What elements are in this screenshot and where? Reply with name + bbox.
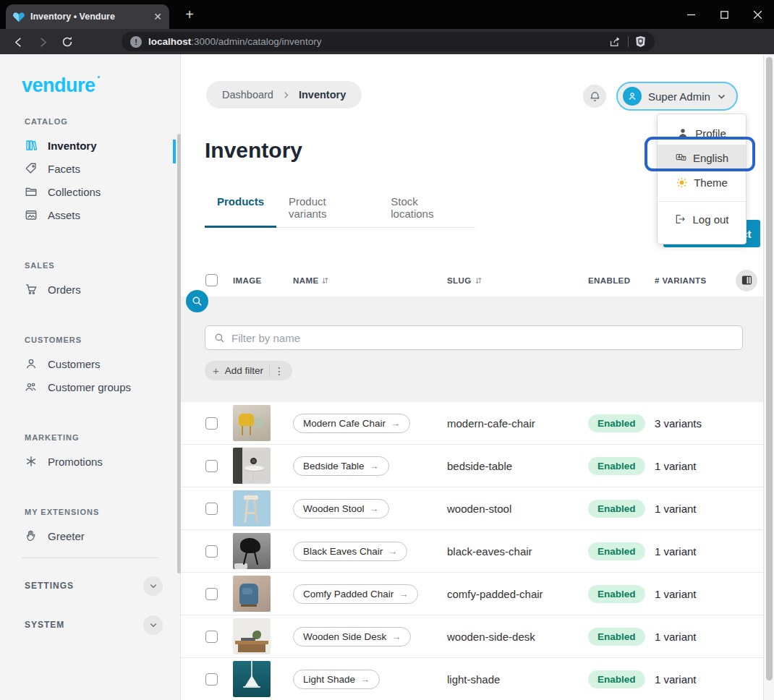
- menu-divider: [658, 201, 746, 202]
- user-avatar-icon: [623, 87, 642, 106]
- sort-icon[interactable]: [475, 276, 482, 285]
- notifications-button[interactable]: [583, 85, 606, 108]
- vendure-logo[interactable]: vendure: [22, 74, 95, 97]
- product-name-chip[interactable]: Light Shade→: [293, 670, 380, 689]
- tab-close-icon[interactable]: ✕: [153, 12, 162, 22]
- column-slug[interactable]: SLUG: [447, 276, 588, 285]
- sort-icon[interactable]: [321, 276, 329, 285]
- row-checkbox[interactable]: [205, 673, 218, 686]
- table-row[interactable]: Wooden Side Desk→ wooden-side-desk Enabl…: [181, 615, 763, 658]
- nav-section-my-extensions: MY EXTENSIONS Greeter: [25, 508, 180, 547]
- menu-item-logout[interactable]: Log out: [658, 208, 746, 231]
- tab-product-variants[interactable]: Product variants: [276, 189, 378, 228]
- sidebar-item-assets[interactable]: Assets: [25, 203, 180, 226]
- maximize-button[interactable]: [707, 0, 741, 29]
- product-name-chip[interactable]: Wooden Side Desk→: [293, 627, 411, 646]
- close-button[interactable]: [741, 0, 774, 29]
- sidebar-item-label: Orders: [48, 283, 81, 296]
- column-picker-button[interactable]: [736, 270, 757, 291]
- nav-section-catalog: CATALOG Inventory Facets Collections Ass…: [25, 117, 180, 226]
- tab-title: Inventory • Vendure: [30, 12, 148, 22]
- row-checkbox[interactable]: [205, 417, 218, 430]
- product-thumbnail: [233, 448, 271, 484]
- tab-products[interactable]: Products: [205, 189, 276, 228]
- sidebar-item-facets[interactable]: Facets: [25, 157, 180, 180]
- variant-count: 3 variants: [655, 417, 736, 430]
- row-checkbox[interactable]: [205, 503, 218, 515]
- sidebar-item-collections[interactable]: Collections: [25, 180, 180, 203]
- menu-item-theme[interactable]: Theme: [658, 171, 746, 194]
- product-slug: modern-cafe-chair: [447, 417, 588, 430]
- sidebar-item-promotions[interactable]: Promotions: [25, 450, 180, 473]
- url-bar[interactable]: ! localhost:3000/admin/catalog/inventory: [122, 32, 655, 51]
- sidebar-item-customers[interactable]: Customers: [25, 352, 180, 375]
- column-image: IMAGE: [233, 276, 293, 285]
- kebab-menu-icon[interactable]: ⋮: [269, 365, 284, 377]
- menu-item-language[interactable]: English: [658, 145, 746, 171]
- main-content: Dashboard Inventory Super Admin Profile …: [181, 54, 763, 700]
- table-row[interactable]: Wooden Stool→ wooden-stool Enabled 1 var…: [181, 487, 763, 530]
- row-checkbox[interactable]: [205, 588, 218, 600]
- chevron-down-icon[interactable]: [143, 615, 163, 635]
- sidebar-item-inventory[interactable]: Inventory: [25, 134, 180, 157]
- sidebar-item-greeter[interactable]: Greeter: [25, 524, 180, 547]
- row-checkbox[interactable]: [205, 460, 218, 472]
- new-tab-button[interactable]: +: [182, 7, 197, 22]
- forward-icon[interactable]: [35, 34, 51, 50]
- group-label: SETTINGS: [25, 581, 74, 591]
- nav-section-sales: SALES Orders: [25, 261, 180, 301]
- page-scrollbar[interactable]: [763, 54, 774, 700]
- sidebar-item-label: Assets: [48, 209, 80, 221]
- scrollbar-thumb[interactable]: [766, 57, 773, 680]
- table-row[interactable]: Light Shade→ light-shade Enabled 1 varia…: [181, 658, 763, 700]
- row-checkbox[interactable]: [205, 545, 218, 558]
- back-icon[interactable]: [10, 34, 26, 50]
- profile-icon: [677, 127, 689, 140]
- product-name-chip[interactable]: Wooden Stool→: [293, 499, 389, 518]
- breadcrumb-dashboard[interactable]: Dashboard: [222, 89, 273, 101]
- product-name-chip[interactable]: Modern Cafe Chair→: [293, 414, 410, 433]
- browser-tab[interactable]: Inventory • Vendure ✕: [6, 4, 169, 29]
- hand-icon: [25, 529, 38, 542]
- filter-by-name-input[interactable]: [231, 332, 733, 344]
- product-thumbnail: [233, 405, 271, 441]
- brave-shield-icon[interactable]: [635, 35, 646, 48]
- table-row[interactable]: Black Eaves Chair→ black-eaves-chair Ena…: [181, 530, 763, 573]
- select-all-checkbox[interactable]: [205, 274, 218, 286]
- sidebar-group-system[interactable]: SYSTEM: [25, 613, 163, 636]
- menu-item-profile[interactable]: Profile: [658, 121, 746, 145]
- plus-icon: +: [213, 364, 219, 377]
- reload-icon[interactable]: [59, 34, 75, 50]
- sidebar-divider: [22, 558, 158, 558]
- tab-stock-locations[interactable]: Stock locations: [378, 189, 475, 228]
- url-text: localhost:3000/admin/catalog/inventory: [148, 36, 603, 47]
- add-filter-button[interactable]: + Add filter ⋮: [205, 361, 292, 380]
- variant-count: 1 variant: [655, 503, 736, 515]
- breadcrumb-inventory: Inventory: [299, 89, 346, 101]
- product-name-chip[interactable]: Bedside Table→: [293, 456, 389, 476]
- minimize-button[interactable]: [674, 0, 707, 29]
- product-slug: wooden-side-desk: [447, 631, 588, 643]
- product-name: Wooden Stool: [303, 503, 365, 514]
- site-info-icon[interactable]: !: [130, 36, 142, 48]
- table-row[interactable]: Modern Cafe Chair→ modern-cafe-chair Ena…: [181, 402, 763, 445]
- user-menu-button[interactable]: Super Admin: [616, 82, 738, 111]
- product-name-chip[interactable]: Comfy Padded Chair→: [293, 584, 418, 604]
- sidebar-nav: CATALOG Inventory Facets Collections Ass…: [0, 117, 180, 547]
- sidebar-item-customer-groups[interactable]: Customer groups: [25, 375, 180, 398]
- share-icon[interactable]: [609, 35, 621, 48]
- product-name-chip[interactable]: Black Eaves Chair→: [293, 542, 407, 561]
- status-badge: Enabled: [588, 457, 645, 475]
- table-row[interactable]: Comfy Padded Chair→ comfy-padded-chair E…: [181, 573, 763, 615]
- row-checkbox[interactable]: [205, 631, 218, 643]
- table-row[interactable]: Bedside Table→ bedside-table Enabled 1 v…: [181, 445, 763, 487]
- sidebar: vendure CATALOG Inventory Facets Collect…: [0, 54, 181, 700]
- status-badge: Enabled: [588, 585, 645, 603]
- column-name[interactable]: NAME: [293, 276, 447, 285]
- variant-count: 1 variant: [655, 545, 736, 558]
- search-toggle-button[interactable]: [186, 290, 208, 312]
- sidebar-item-orders[interactable]: Orders: [25, 278, 180, 301]
- sidebar-group-settings[interactable]: SETTINGS: [25, 574, 163, 597]
- sidebar-item-label: Customer groups: [48, 381, 131, 393]
- chevron-down-icon[interactable]: [143, 576, 163, 596]
